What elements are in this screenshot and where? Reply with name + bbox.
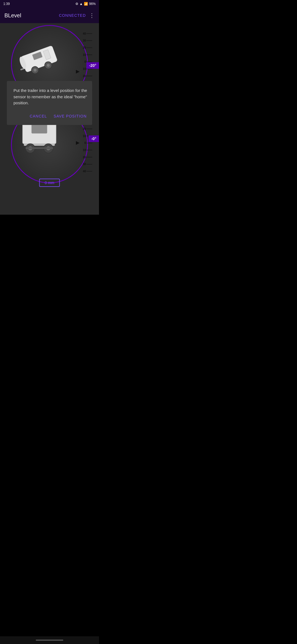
battery-label: 96% — [89, 2, 96, 6]
mm-value-badge: 0 mm — [39, 179, 60, 187]
svg-text:10: 10 — [83, 149, 86, 152]
svg-text:30: 30 — [83, 163, 86, 166]
svg-text:20: 20 — [83, 156, 86, 159]
top-angle-badge: -20° — [86, 62, 99, 69]
status-bar: 1:39 ⚙ ▲ 📶 96% — [0, 0, 99, 8]
app-bar: BLevel CONNECTED ⋮ — [0, 8, 99, 23]
status-icons: ⚙ ▲ 📶 96% — [75, 2, 96, 6]
app-bar-right: CONNECTED ⋮ — [59, 12, 95, 19]
svg-text:20: 20 — [83, 127, 86, 130]
bottom-arrow-indicator: ▶ — [76, 140, 79, 145]
signal-icon: 📶 — [84, 2, 88, 6]
cancel-button[interactable]: CANCEL — [29, 112, 48, 121]
trailer-side-image — [11, 29, 72, 80]
status-time: 1:39 — [3, 2, 10, 6]
svg-text:20: 20 — [83, 75, 86, 78]
svg-text:40: 40 — [83, 170, 86, 173]
svg-text:10: 10 — [83, 67, 86, 70]
svg-text:40: 40 — [83, 32, 86, 35]
settings-icon: ⚙ — [75, 2, 78, 6]
main-content: 40 30 20 10 0 10 20 30 40 ▶ -20° — [0, 23, 99, 215]
save-position-button[interactable]: SAVE POSITION — [53, 112, 88, 121]
menu-icon[interactable]: ⋮ — [89, 12, 95, 19]
svg-text:20: 20 — [83, 46, 86, 49]
svg-rect-0 — [21, 45, 57, 72]
svg-text:0: 0 — [84, 60, 86, 63]
dialog: Put the trailer into a level position fo… — [7, 81, 92, 125]
svg-text:10: 10 — [83, 53, 86, 56]
dialog-actions: CANCEL SAVE POSITION — [13, 112, 88, 121]
connected-status: CONNECTED — [59, 13, 86, 18]
svg-text:0: 0 — [84, 141, 86, 144]
svg-rect-35 — [26, 147, 53, 149]
top-arrow-indicator: ▶ — [76, 69, 79, 74]
app-title: BLevel — [4, 12, 21, 19]
dialog-message: Put the trailer into a level position fo… — [13, 88, 88, 106]
wifi-icon: ▲ — [79, 2, 83, 6]
svg-text:10: 10 — [83, 135, 86, 138]
bottom-angle-badge: -0° — [89, 135, 99, 142]
svg-text:30: 30 — [83, 39, 86, 42]
